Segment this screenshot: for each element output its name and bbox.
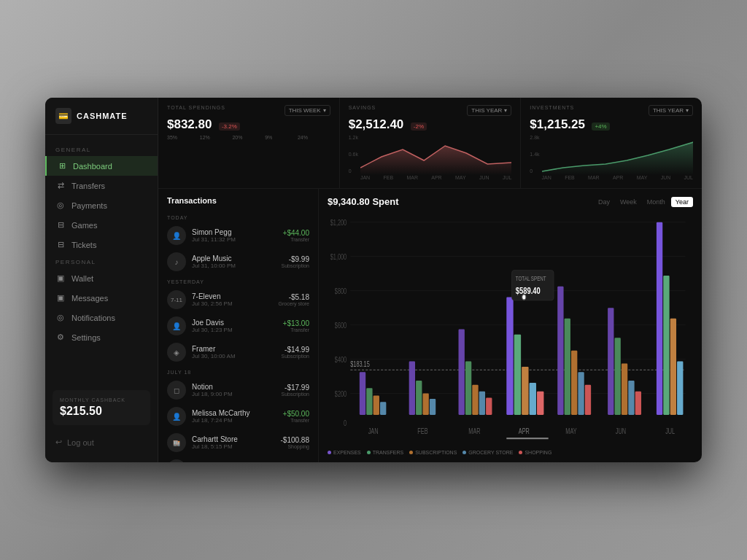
logo-icon: 💳: [55, 108, 71, 124]
tx-info-melissa: Melissa McCarthy Jul 18, 7:24 PM: [192, 409, 277, 424]
bar-label-0: 35%: [167, 135, 200, 140]
tab-day[interactable]: Day: [594, 197, 614, 207]
sidebar-item-wallet[interactable]: ▣ Wallet: [45, 268, 158, 288]
tx-amount-notion: -$17.99 Subscription: [281, 384, 309, 397]
games-icon: ⊟: [55, 220, 66, 230]
svg-text:0: 0: [344, 419, 347, 427]
svg-rect-41: [635, 392, 641, 415]
sidebar-item-notifications[interactable]: ◎ Notifications: [45, 308, 158, 327]
tx-info-apple: Apple Music Jul 31, 10:00 PM: [192, 254, 275, 269]
tx-framer[interactable]: ◈ Framer Jul 30, 10:00 AM -$14.99 Subscr…: [158, 339, 318, 365]
tx-icon-notion: ◻: [167, 381, 186, 400]
svg-rect-45: [677, 362, 683, 415]
svg-text:JUL: JUL: [665, 427, 675, 436]
sidebar-item-label: Wallet: [71, 274, 93, 283]
messages-icon: ▣: [55, 293, 66, 303]
svg-rect-17: [380, 402, 386, 415]
sidebar-item-dashboard[interactable]: ⊞ Dashboard: [45, 156, 158, 176]
svg-rect-22: [459, 330, 465, 415]
tx-gumroad[interactable]: ◎ Gumroad Jul 19, 3:14 PM -$19.99 Subscr…: [158, 456, 318, 462]
tx-avatar-melissa: 👤: [167, 407, 186, 426]
tx-info-7eleven: 7-Eleven Jul 30, 2:56 PM: [192, 292, 273, 307]
chevron-down-icon: ▾: [504, 107, 507, 114]
tx-7eleven[interactable]: 7-11 7-Eleven Jul 30, 2:56 PM -$5.18 Gro…: [158, 287, 318, 313]
spending-card: TOTAL SPENDINGS THIS WEEK ▾ $832.80 -3.2…: [158, 98, 340, 188]
tx-notion[interactable]: ◻ Notion Jul 18, 9:00 PM -$17.99 Subscri…: [158, 377, 318, 403]
svg-text:MAR: MAR: [468, 427, 481, 436]
svg-rect-27: [506, 297, 513, 415]
tx-amount-carhartt: -$100.88 Shopping: [281, 436, 309, 449]
investments-y-axis: 2.8k 1.4k 0: [530, 135, 539, 181]
bar-label-3: 9%: [265, 135, 298, 140]
sidebar-item-payments[interactable]: ◎ Payments: [45, 195, 158, 215]
sidebar-item-label: Notifications: [71, 314, 115, 322]
svg-rect-43: [663, 276, 669, 415]
tx-simon-pegg[interactable]: 👤 Simon Pegg Jul 31, 11:32 PM +$44.00 Tr…: [158, 222, 318, 249]
investments-amount-row: $1,215.25 +4%: [530, 117, 693, 132]
spend-bar-chart-svg: $1,200 $1,000 $800 $600 $400 $200 0: [328, 211, 693, 447]
tx-info-simon: Simon Pegg Jul 31, 11:32 PM: [192, 228, 277, 243]
tx-melissa[interactable]: 👤 Melissa McCarthy Jul 18, 7:24 PM +$50.…: [158, 403, 318, 429]
tab-month[interactable]: Month: [643, 197, 670, 207]
svg-text:APR: APR: [519, 427, 530, 436]
svg-text:TOTAL SPENT: TOTAL SPENT: [516, 275, 546, 282]
chevron-down-icon: ▾: [686, 107, 689, 114]
tx-carhartt[interactable]: 🏬 Carhartt Store Jul 18, 5:15 PM -$100.8…: [158, 429, 318, 456]
transfers-icon: ⇄: [55, 181, 66, 190]
sidebar: 💳 CASHMATE GENERAL ⊞ Dashboard ⇄ Transfe…: [45, 98, 158, 462]
svg-rect-38: [614, 338, 620, 415]
cashback-label: MONTHLY CASHBACK: [60, 397, 143, 402]
savings-badge: -2%: [411, 122, 427, 131]
investments-label: INVESTMENTS: [530, 105, 574, 110]
chart-legend: EXPENSES TRANSFERS SUBSCRIPTIONS GROCERY…: [328, 450, 693, 455]
spending-period-selector[interactable]: THIS WEEK ▾: [285, 105, 330, 116]
svg-text:FEB: FEB: [417, 427, 427, 436]
svg-rect-29: [522, 367, 528, 415]
tx-info-joe: Joe Davis Jul 30, 1:23 PM: [192, 319, 277, 333]
logout-button[interactable]: ↩ Log out: [45, 432, 158, 452]
tx-amount-simon: +$44.00 Transfer: [283, 229, 309, 242]
tx-apple-music[interactable]: ♪ Apple Music Jul 31, 10:00 PM -$9.99 Su…: [158, 249, 318, 275]
main-content: TOTAL SPENDINGS THIS WEEK ▾ $832.80 -3.2…: [158, 98, 702, 462]
tab-year[interactable]: Year: [671, 197, 693, 207]
tx-info-notion: Notion Jul 18, 9:00 PM: [192, 383, 275, 397]
tx-icon-apple: ♪: [167, 252, 186, 271]
legend-dot-shopping: [519, 451, 522, 454]
investments-line-svg: [542, 135, 693, 175]
savings-card: SAVINGS THIS YEAR ▾ $2,512.40 -2% 1.2k 0…: [340, 98, 522, 188]
sidebar-item-transfers[interactable]: ⇄ Transfers: [45, 176, 158, 195]
section-label-general: GENERAL: [45, 142, 158, 156]
tx-group-today: TODAY: [158, 211, 318, 222]
app-name: CASHMATE: [77, 112, 128, 120]
svg-text:$183.15: $183.15: [350, 360, 369, 369]
tab-week[interactable]: Week: [616, 197, 641, 207]
spending-amount-row: $832.80 -3.2%: [167, 117, 330, 132]
investments-period-selector[interactable]: THIS YEAR ▾: [649, 105, 693, 116]
legend-dot-grocery: [462, 451, 466, 454]
legend-dot-expenses: [328, 451, 331, 454]
sidebar-item-label: Dashboard: [73, 162, 112, 171]
savings-amount-row: $2,512.40 -2%: [349, 117, 512, 132]
spending-bars: [167, 141, 330, 178]
svg-rect-40: [628, 381, 634, 415]
investments-badge: +4%: [592, 122, 609, 131]
svg-text:$400: $400: [335, 356, 347, 365]
sidebar-item-tickets[interactable]: ⊟ Tickets: [45, 235, 158, 254]
spending-bar-labels: 35% 12% 20% 9% 24%: [167, 135, 330, 140]
svg-rect-25: [479, 392, 485, 415]
svg-text:$600: $600: [335, 322, 347, 330]
sidebar-item-settings[interactable]: ⚙ Settings: [45, 327, 158, 347]
tx-amount-melissa: +$50.00 Transfer: [283, 410, 309, 423]
sidebar-item-label: Tickets: [71, 241, 96, 249]
sidebar-item-messages[interactable]: ▣ Messages: [45, 288, 158, 308]
svg-rect-28: [514, 335, 521, 415]
spend-chart-panel: $9,340.80 Spent Day Week Month Year: [319, 189, 702, 462]
tx-joe-davis[interactable]: 👤 Joe Davis Jul 30, 1:23 PM +$13.00 Tran…: [158, 313, 318, 339]
tx-icon-carhartt: 🏬: [167, 433, 186, 452]
savings-period-selector[interactable]: THIS YEAR ▾: [467, 105, 511, 116]
bar-label-2: 20%: [232, 135, 265, 140]
logout-icon: ↩: [55, 438, 62, 447]
svg-rect-23: [465, 362, 471, 415]
tx-icon-7eleven: 7-11: [167, 290, 186, 309]
sidebar-item-games[interactable]: ⊟ Games: [45, 215, 158, 235]
